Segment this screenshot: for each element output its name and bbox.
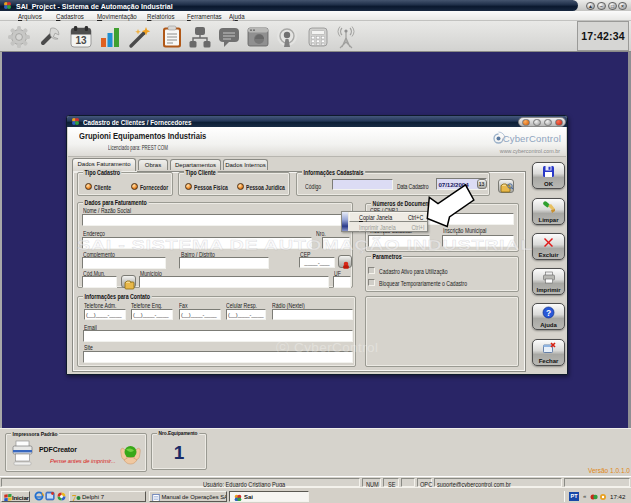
svg-text:7: 7 bbox=[72, 493, 77, 502]
svg-text:?: ? bbox=[546, 308, 551, 318]
svg-text:13: 13 bbox=[75, 35, 87, 46]
